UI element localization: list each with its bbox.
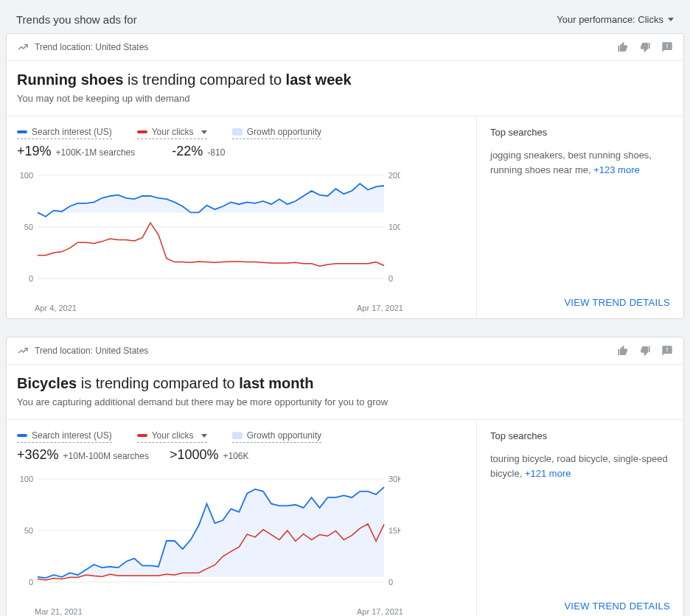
headline-text: Running shoes is trending compared to la… [17,71,673,88]
svg-text:0: 0 [388,578,393,587]
x-axis-labels: Mar 21, 2021 Apr 17, 2021 [35,607,403,616]
top-searches-text: touring bicycle, road bicycle, single-sp… [490,452,670,480]
performance-selector[interactable]: Your performance: Clicks [557,14,674,25]
legend-search[interactable]: Search interest (US) [17,127,112,139]
card-headline: Bicycles is trending compared to last mo… [7,365,683,419]
section-title: Trends you show ads for [16,13,137,26]
page-root: Trends you show ads for Your performance… [0,0,690,616]
thumbs-down-icon[interactable] [639,345,651,357]
thumbs-down-icon[interactable] [639,41,651,53]
stat-search: +362%+10M-100M searches [17,447,149,463]
card-body: Search interest (US) Your clicks Growth … [7,419,683,616]
x-axis-labels: Apr 4, 2021 Apr 17, 2021 [35,304,403,312]
side-column: Top searches touring bicycle, road bicyc… [477,420,683,616]
card-top-bar: Trend location: United States [7,34,683,61]
card-headline: Running shoes is trending compared to la… [7,61,683,116]
feedback-icon[interactable] [661,41,673,53]
feedback-icon[interactable] [661,345,673,357]
trend-chart: 100 50 0 30K 15K 0 [17,472,400,604]
top-searches-title: Top searches [490,127,670,138]
thumbs-up-icon[interactable] [617,345,629,357]
trend-card: Trend location: United States Bicycles i… [6,337,684,616]
legend-opportunity[interactable]: Growth opportunity [232,127,321,139]
svg-text:100: 100 [20,475,33,483]
trend-icon [17,41,29,53]
trend-card: Trend location: United States Running sh… [6,33,684,319]
headline-text: Bicycles is trending compared to last mo… [17,375,673,392]
caret-down-icon [668,18,674,21]
stat-search: +19%+100K-1M searches [17,144,135,159]
legend-row: Search interest (US) Your clicks Growth … [17,127,466,139]
svg-text:50: 50 [24,526,33,535]
legend-clicks[interactable]: Your clicks [137,430,207,443]
thumbs-up-icon[interactable] [617,41,629,53]
card-body: Search interest (US) Your clicks Growth … [7,116,683,318]
legend-opportunity[interactable]: Growth opportunity [232,430,321,443]
legend-search[interactable]: Search interest (US) [17,430,112,443]
chart-column: Search interest (US) Your clicks Growth … [7,420,477,616]
chart-column: Search interest (US) Your clicks Growth … [7,116,477,318]
stat-clicks: >1000%+106K [170,447,249,463]
svg-text:1000: 1000 [388,223,400,231]
view-trend-details-button[interactable]: VIEW TREND DETAILS [490,288,670,308]
more-searches-link[interactable]: +121 more [525,468,571,479]
stats-row: +19%+100K-1M searches -22%-810 [17,144,466,159]
top-searches-title: Top searches [490,430,670,441]
headline-subtext: You may not be keeping up with demand [17,93,673,104]
headline-subtext: You are capturing additional demand but … [17,396,673,407]
svg-text:50: 50 [24,223,33,231]
legend-clicks[interactable]: Your clicks [137,127,207,139]
trend-icon [17,345,29,357]
trend-chart: 100 50 0 2000 1000 0 [17,168,400,301]
card-top-bar: Trend location: United States [7,337,683,365]
trend-location: Trend location: United States [35,42,148,52]
svg-text:0: 0 [388,274,393,283]
stat-clicks: -22%-810 [172,144,225,159]
view-trend-details-button[interactable]: VIEW TREND DETAILS [490,592,670,612]
trend-location: Trend location: United States [35,346,148,356]
performance-label: Your performance: Clicks [557,14,663,25]
svg-text:0: 0 [29,578,33,587]
legend-row: Search interest (US) Your clicks Growth … [17,430,466,443]
section-header: Trends you show ads for Your performance… [3,3,687,33]
svg-text:30K: 30K [388,475,400,483]
stats-row: +362%+10M-100M searches >1000%+106K [17,447,466,463]
svg-text:2000: 2000 [388,171,400,180]
svg-text:100: 100 [20,171,33,180]
svg-text:15K: 15K [388,526,400,535]
top-searches-text: jogging sneakers, best running shoes, ru… [490,148,670,177]
svg-text:0: 0 [29,274,33,283]
more-searches-link[interactable]: +123 more [593,164,640,175]
side-column: Top searches jogging sneakers, best runn… [477,116,683,318]
